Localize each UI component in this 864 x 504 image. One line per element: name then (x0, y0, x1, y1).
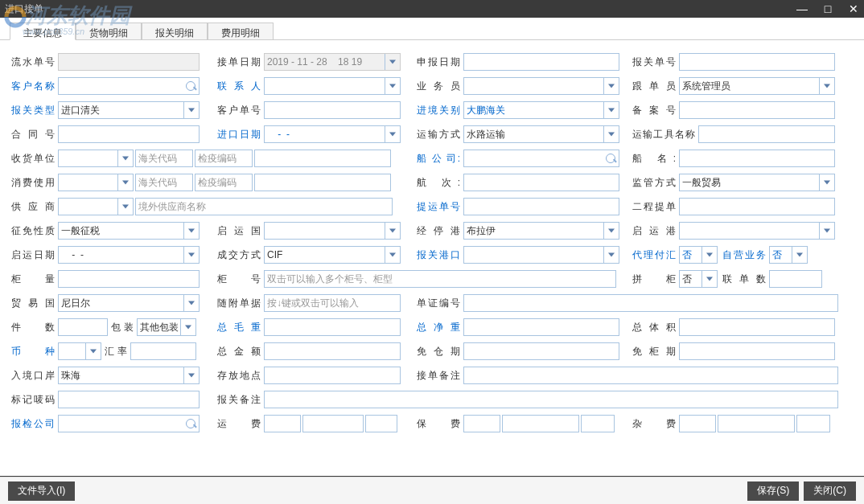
salesman-select[interactable] (463, 77, 619, 95)
lbl-transport-tool: 运输工具名称 (632, 128, 698, 141)
tab-cargo-detail[interactable]: 货物明细 (76, 23, 142, 39)
insurance-input1[interactable] (463, 415, 500, 432)
lbl-import-date: 进口日期 (217, 128, 264, 141)
customer-no-input[interactable] (264, 101, 401, 119)
depart-country-select[interactable] (264, 222, 401, 240)
rate-input[interactable] (130, 342, 196, 360)
close-icon[interactable]: ✕ (848, 3, 859, 14)
lbl-voyage: 航 次: (417, 176, 463, 190)
free-storage-input[interactable] (463, 342, 619, 360)
lbl-agent-pay: 代理付汇 (632, 248, 679, 262)
inspect-co-input[interactable] (58, 415, 200, 432)
consignee-customs-code[interactable] (135, 150, 193, 167)
customer-input[interactable] (58, 77, 200, 95)
qty-input[interactable] (58, 318, 108, 336)
attach-doc-input[interactable] (264, 294, 401, 312)
insurance-input3[interactable] (581, 415, 615, 432)
stop-port-select[interactable] (463, 222, 619, 240)
window-controls: — □ ✕ (796, 3, 859, 14)
depart-date-input[interactable] (58, 246, 200, 264)
lbl-rate: 汇率 (105, 345, 130, 359)
follower-select[interactable] (679, 77, 835, 95)
lbl-inspect-co: 报检公司 (11, 417, 58, 431)
bl-no-input[interactable] (463, 198, 619, 215)
freight-input1[interactable] (264, 415, 301, 432)
consumer-customs-code[interactable] (135, 174, 193, 191)
tab-customs-detail[interactable]: 报关明细 (142, 23, 208, 39)
second-bl-input[interactable] (679, 198, 835, 215)
sheet-count-input[interactable] (769, 270, 822, 288)
customs-type-select[interactable] (58, 101, 200, 119)
minimize-icon[interactable]: — (796, 3, 808, 14)
tab-main-info[interactable]: 主要信息 (10, 23, 76, 40)
declare-date-input[interactable] (463, 53, 619, 71)
entry-customs-select[interactable] (463, 101, 619, 119)
entry-port-select[interactable] (58, 367, 200, 384)
consignee-quarantine-code[interactable] (195, 150, 253, 167)
supplier-select[interactable] (58, 198, 134, 215)
container-qty-input[interactable] (58, 270, 200, 288)
maximize-icon[interactable]: □ (822, 3, 833, 14)
lbl-declare-port: 报关港口 (417, 248, 463, 262)
net-weight-input[interactable] (463, 318, 619, 336)
freight-input3[interactable] (365, 415, 397, 432)
container-no-input[interactable] (264, 270, 616, 288)
storage-loc-input[interactable] (264, 367, 401, 384)
depart-port-select[interactable] (679, 222, 835, 240)
file-import-button[interactable]: 文件导入(I) (8, 481, 75, 501)
freight-input2[interactable] (302, 415, 364, 432)
ship-company-input[interactable] (463, 150, 619, 167)
window-title: 进口接单 (5, 2, 43, 16)
lbl-entry-customs: 进境关别 (417, 104, 463, 117)
self-biz-select[interactable] (769, 246, 808, 264)
contract-no-input[interactable] (58, 125, 200, 143)
record-no-input[interactable] (679, 101, 835, 119)
ship-name-input[interactable] (679, 150, 835, 167)
save-button[interactable]: 保存(S) (747, 481, 799, 501)
misc-input2[interactable] (718, 415, 795, 432)
customs-no-input[interactable] (679, 53, 835, 71)
volume-input[interactable] (679, 318, 835, 336)
voyage-input[interactable] (463, 174, 619, 191)
lbl-customs-remark: 报关备注 (217, 393, 264, 407)
insurance-input2[interactable] (502, 415, 579, 432)
lbl-salesman: 业 务 员 (417, 80, 463, 93)
currency-select[interactable] (58, 342, 101, 360)
transport-mode-select[interactable] (463, 125, 619, 143)
combine-select[interactable] (679, 270, 718, 288)
agent-pay-select[interactable] (679, 246, 718, 264)
declare-port-select[interactable] (463, 246, 619, 264)
gross-weight-input[interactable] (264, 318, 401, 336)
misc-input3[interactable] (796, 415, 830, 432)
trade-term-select[interactable] (264, 246, 401, 264)
consumer-quarantine-code[interactable] (195, 174, 253, 191)
serial-no-input[interactable] (58, 53, 200, 71)
customs-remark-input[interactable] (264, 391, 838, 408)
accept-remark-input[interactable] (463, 367, 838, 384)
consignee-name[interactable] (254, 150, 391, 167)
supervision-select[interactable] (679, 174, 835, 191)
close-button[interactable]: 关闭(C) (804, 481, 856, 501)
total-amount-input[interactable] (264, 342, 401, 360)
consignee-select[interactable] (58, 150, 134, 167)
trade-country-select[interactable] (58, 294, 200, 312)
levy-select[interactable] (58, 222, 200, 240)
import-date-input[interactable] (264, 125, 401, 143)
lbl-stop-port: 经 停 港 (417, 224, 463, 238)
accept-date-input[interactable] (264, 53, 401, 71)
marks-input[interactable] (58, 391, 200, 408)
packing-select[interactable] (137, 318, 196, 336)
lbl-ship-company: 船 公 司: (417, 152, 463, 166)
transport-tool-input[interactable] (698, 125, 835, 143)
lbl-bl-no: 提运单号 (417, 200, 463, 214)
supplier-name[interactable] (135, 198, 393, 215)
doc-no-input[interactable] (463, 294, 838, 312)
lbl-gross-weight: 总 毛 重 (217, 321, 264, 334)
free-container-input[interactable] (679, 342, 835, 360)
consumer-name[interactable] (254, 174, 391, 191)
lbl-accept-remark: 接单备注 (417, 369, 463, 383)
misc-input1[interactable] (679, 415, 716, 432)
consumer-select[interactable] (58, 174, 134, 191)
tab-fee-detail[interactable]: 费用明细 (208, 23, 274, 39)
contact-select[interactable] (264, 77, 401, 95)
